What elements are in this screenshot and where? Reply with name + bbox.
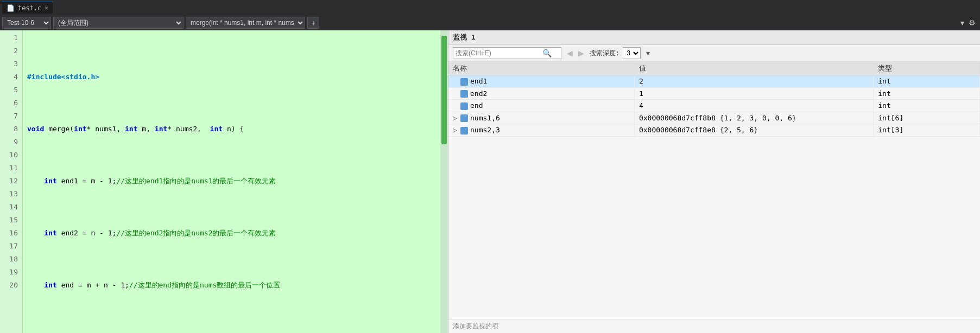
col-name: 名称 [448, 62, 634, 75]
tab-bar: 📄 test.c ✕ [0, 0, 980, 15]
table-row[interactable]: ▷nums1,60x00000068d7cff8b8 {1, 2, 3, 0, … [448, 112, 980, 124]
ln-7: 7 [0, 110, 18, 123]
code-line-1: #include<stdio.h> [27, 71, 436, 84]
ln-8: 8 [0, 123, 18, 136]
var-type: int[6] [874, 112, 980, 124]
ln-13: 13 [0, 188, 18, 201]
code-line-4: int end2 = n - 1;//这里的end2指向的是nums2的最后一个… [27, 227, 436, 240]
tab-test-c[interactable]: 📄 test.c ✕ [2, 2, 53, 14]
watch-table: 名称 值 类型 end12int end21int end4int▷nums1,… [448, 62, 980, 319]
depth-label: 搜索深度: [590, 49, 619, 58]
debug-panel: 监视 1 🔍 ◀ ▶ 搜索深度: 3 ▾ 名称 [448, 30, 980, 333]
toolbar-row: Test-10-6 (全局范围) merge(int * nums1, int … [0, 15, 980, 30]
dropdown-btn[interactable]: ▾ [959, 17, 965, 28]
var-type: int [874, 75, 980, 88]
nav-prev-btn[interactable]: ◀ [565, 48, 575, 59]
code-line-5: int end = m + n - 1;//这里的end指向的是nums数组的最… [27, 279, 436, 292]
ln-18: 18 [0, 253, 18, 266]
ln-19: 19 [0, 266, 18, 279]
line-numbers: 1 2 3 4 5 6 7 8 9 10 11 12 13 14 15 16 1… [0, 30, 23, 333]
code-line-3: int end1 = m - 1;//这里的end1指向的是nums1的最后一个… [27, 175, 436, 188]
search-input[interactable] [456, 49, 542, 57]
ln-2: 2 [0, 44, 18, 57]
expand-icon[interactable]: ▷ [453, 114, 460, 122]
search-button[interactable]: 🔍 [542, 49, 552, 57]
ln-10: 10 [0, 149, 18, 162]
ln-17: 17 [0, 240, 18, 253]
table-row[interactable]: end12int [448, 75, 980, 88]
table-row[interactable]: end21int [448, 87, 980, 100]
code-area: 1 2 3 4 5 6 7 8 9 10 11 12 13 14 15 16 1… [0, 30, 448, 333]
function-select[interactable]: merge(int * nums1, int m, int * nums [186, 17, 305, 29]
collapse-6[interactable]: ▽ [27, 331, 30, 333]
file-icon: 📄 [7, 4, 15, 12]
main-area: 1 2 3 4 5 6 7 8 9 10 11 12 13 14 15 16 1… [0, 30, 980, 333]
debug-panel-header: 监视 1 [448, 30, 980, 45]
depth-select[interactable]: 3 [623, 47, 641, 59]
var-icon [460, 78, 468, 86]
ln-11: 11 [0, 162, 18, 175]
expand-icon [453, 89, 460, 98]
toolbar-left: Test-10-6 (全局范围) merge(int * nums1, int … [0, 17, 956, 29]
ln-15: 15 [0, 214, 18, 227]
add-watch-btn[interactable]: + [307, 17, 319, 29]
var-icon [460, 114, 468, 122]
var-type: int [874, 100, 980, 112]
tab-label: test.c [18, 4, 41, 12]
code-content[interactable]: #include<stdio.h> void merge(int* nums1,… [23, 30, 440, 333]
ln-20: 20 [0, 279, 18, 292]
nav-next-btn[interactable]: ▶ [576, 48, 586, 59]
scope-select[interactable]: (全局范围) [53, 17, 184, 29]
expand-icon[interactable]: ▷ [453, 126, 460, 134]
ln-6: 6 [0, 97, 18, 110]
settings-btn[interactable]: ⚙ [968, 17, 977, 28]
nav-buttons: ◀ ▶ [565, 48, 586, 59]
col-value: 值 [634, 62, 873, 75]
ln-9: 9 [0, 136, 18, 149]
ln-5: 5 [0, 84, 18, 97]
var-icon [460, 103, 468, 110]
var-name: end [470, 101, 483, 110]
search-input-wrapper[interactable]: 🔍 [453, 47, 561, 59]
var-icon [460, 90, 468, 98]
ln-16: 16 [0, 227, 18, 240]
expand-icon [453, 77, 460, 85]
ln-3: 3 [0, 57, 18, 71]
var-value: 4 [634, 100, 873, 112]
toolbar-right: ▾ ⚙ [956, 17, 980, 28]
code-line-6: ▽ while (end1 >= 0 && end2 >= 0) [27, 331, 436, 333]
add-watch-row[interactable]: 添加要监视的项 [448, 319, 980, 333]
var-value: 0x00000068d7cff8b8 {1, 2, 3, 0, 0, 6} [634, 112, 873, 124]
editor-scrollbar[interactable] [440, 30, 448, 333]
target-select[interactable]: Test-10-6 [2, 17, 51, 29]
depth-dropdown-btn[interactable]: ▾ [644, 48, 652, 59]
var-icon [460, 127, 468, 135]
var-value: 1 [634, 87, 873, 100]
add-watch-label: 添加要监视的项 [453, 322, 498, 330]
var-name: end2 [470, 89, 487, 98]
code-line-2: void merge(int* nums1, int m, int* nums2… [27, 123, 436, 136]
var-type: int [874, 87, 980, 100]
ln-1: 1 [0, 31, 18, 44]
var-name: nums1,6 [470, 114, 500, 122]
ln-14: 14 [0, 201, 18, 214]
table-row[interactable]: ▷nums2,30x00000068d7cff8e8 {2, 5, 6}int[… [448, 124, 980, 137]
var-value: 2 [634, 75, 873, 88]
var-name: end1 [470, 77, 487, 85]
ln-4: 4 [0, 71, 18, 84]
var-type: int[3] [874, 124, 980, 137]
table-row[interactable]: end4int [448, 100, 980, 112]
editor-panel: 1 2 3 4 5 6 7 8 9 10 11 12 13 14 15 16 1… [0, 30, 448, 333]
search-bar: 🔍 ◀ ▶ 搜索深度: 3 ▾ [448, 45, 980, 62]
ln-12: 12 [0, 175, 18, 188]
col-type: 类型 [874, 62, 980, 75]
scrollbar-thumb[interactable] [441, 36, 447, 144]
var-name: nums2,3 [470, 126, 500, 134]
var-value: 0x00000068d7cff8e8 {2, 5, 6} [634, 124, 873, 137]
close-tab-btn[interactable]: ✕ [45, 4, 48, 11]
panel-title: 监视 1 [453, 33, 476, 41]
expand-icon [453, 101, 460, 110]
